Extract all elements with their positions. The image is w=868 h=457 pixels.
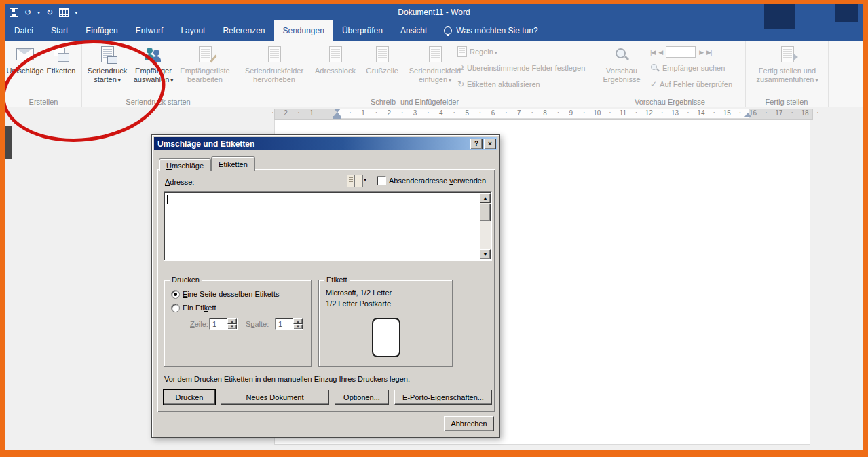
group-vorschau: Vorschau Ergebnisse |◀ ◀ ▶ ▶| Empfänger … [595, 41, 746, 107]
address-block-icon [329, 44, 342, 65]
fehler-pruefen-button[interactable]: ✓ Auf Fehler überprüfen [650, 77, 732, 91]
label-group-title: Etikett [324, 276, 350, 284]
abbrechen-button[interactable]: Abbrechen [444, 416, 494, 431]
column-up-icon[interactable]: ▲ [293, 318, 303, 324]
column-down-icon[interactable]: ▼ [293, 324, 303, 329]
ruler-tick: · [661, 109, 663, 116]
vorschau-button[interactable]: Vorschau Ergebnisse [600, 44, 643, 84]
ruler-tick: · [739, 109, 741, 116]
envelopes-labels-dialog: Umschläge und Etiketten ? × Umschläge Et… [151, 134, 500, 438]
neues-dokument-button[interactable]: Neues Dokument [221, 390, 329, 405]
ruler-number: 13 [671, 109, 679, 117]
tell-me-box[interactable]: Was möchten Sie tun? [436, 20, 546, 41]
last-record-icon[interactable]: ▶| [706, 49, 711, 56]
group-schreibfelder: Seriendruckfelder hervorheben Adressbloc… [235, 41, 595, 107]
seriendruck-starten-button[interactable]: Seriendruck starten▾ [85, 44, 130, 85]
screenshot-frame: ↺ ▾ ↻ ▾ Dokument11 - Word Datei Start Ei… [0, 0, 868, 457]
regeln-button[interactable]: Regeln▾ [457, 45, 497, 58]
grusszeile-button[interactable]: Grußzeile [362, 44, 402, 75]
address-book-dropdown-icon[interactable]: ▾ [364, 177, 366, 183]
tab-sendungen[interactable]: Sendungen [274, 20, 333, 41]
empfaenger-auswaehlen-button[interactable]: Empfänger auswählen▾ [131, 44, 176, 85]
fehler-pruefen-label: Auf Fehler überprüfen [660, 80, 732, 88]
dialog-tab-etiketten[interactable]: Etiketten [211, 156, 255, 171]
title-bar: ↺ ▾ ↻ ▾ Dokument11 - Word [5, 4, 863, 20]
ruler-tick: · [349, 109, 351, 116]
tab-layout[interactable]: Layout [172, 20, 214, 41]
etiketten-button[interactable]: Etiketten [44, 44, 78, 75]
row-spinner[interactable]: 1 ▲▼ [209, 318, 238, 330]
address-textbox[interactable]: ▲ ▼ [164, 191, 492, 261]
labels-icon [53, 44, 69, 65]
right-indent-marker[interactable] [744, 113, 751, 117]
print-group-title: Drucken [170, 276, 202, 284]
tab-entwurf[interactable]: Entwurf [127, 20, 172, 41]
scroll-down-button[interactable]: ▼ [480, 249, 491, 259]
textbox-scrollbar[interactable]: ▲ ▼ [480, 193, 491, 259]
previous-record-icon[interactable]: ◀ [658, 49, 662, 56]
dialog-tab-umschlaege[interactable]: Umschläge [159, 158, 211, 171]
dialog-help-button[interactable]: ? [470, 139, 483, 149]
label-type: 1/2 Letter Postkarte [326, 299, 391, 308]
row-up-icon[interactable]: ▲ [227, 318, 237, 324]
next-record-icon[interactable]: ▶ [699, 49, 703, 56]
window-title: Dokument11 - Word [5, 7, 863, 17]
left-indent-marker[interactable] [333, 116, 341, 119]
umschlaege-button[interactable]: Umschläge [7, 44, 43, 75]
feld-einfuegen-button[interactable]: Seriendruckfeld einfügen▾ [404, 44, 466, 85]
column-spinner[interactable]: 1 ▲▼ [275, 318, 303, 330]
ruler-number: 18 [801, 109, 809, 117]
single-label-radio[interactable] [171, 304, 180, 312]
group-erstellen: Umschläge Etiketten Erstellen [5, 41, 82, 107]
eporto-button[interactable]: E-Porto-Eigenschaften... [394, 390, 492, 405]
empfaenger-suchen-button[interactable]: Empfänger suchen [650, 61, 725, 75]
grusszeile-label: Grußzeile [366, 67, 398, 75]
column-label: Spalte: [246, 320, 269, 328]
dropdown-icon: ▾ [495, 50, 497, 56]
column-value: 1 [276, 318, 293, 329]
full-page-radio[interactable] [171, 290, 180, 299]
felder-hervorheben-button[interactable]: Seriendruckfelder hervorheben [240, 44, 308, 84]
tab-ueberpruefen[interactable]: Überprüfen [333, 20, 392, 41]
ribbon-tab-bar: Datei Start Einfügen Entwurf Layout Refe… [5, 20, 863, 41]
regeln-label: Regeln [470, 48, 493, 56]
tab-referenzen[interactable]: Referenzen [214, 20, 273, 41]
drucken-button[interactable]: Drucken [164, 390, 215, 405]
tab-datei[interactable]: Datei [5, 20, 42, 41]
finish-merge-icon [781, 44, 794, 65]
tab-start[interactable]: Start [42, 20, 77, 41]
adressblock-button[interactable]: Adressblock [311, 44, 360, 75]
row-down-icon[interactable]: ▼ [227, 324, 237, 329]
dialog-title-bar[interactable]: Umschläge und Etiketten ? × [154, 137, 497, 150]
first-record-icon[interactable]: |◀ [650, 49, 655, 56]
dropdown-icon: ▾ [118, 77, 121, 84]
address-book-icon[interactable] [347, 175, 363, 187]
ruler-number: 1 [361, 109, 365, 117]
optionen-button[interactable]: Optionen... [335, 390, 389, 405]
row-label: Zeile: [190, 320, 208, 328]
fertig-stellen-button[interactable]: Fertig stellen und zusammenführen▾ [756, 44, 818, 85]
ruler-tick: · [271, 109, 273, 116]
record-number-input[interactable] [666, 46, 696, 58]
match-fields-icon: ⇄ [457, 64, 464, 72]
felder-festlegen-button[interactable]: ⇄ Übereinstimmende Felder festlegen [457, 61, 585, 75]
horizontal-ruler[interactable]: ·2·1·1·2·3·4·5·6·7·8·9·10·11·12·13·14·15… [5, 107, 863, 120]
scroll-up-button[interactable]: ▲ [480, 193, 491, 203]
seriendruck-starten-label: Seriendruck starten [88, 67, 128, 84]
etiketten-aktualisieren-button[interactable]: ↻ Etiketten aktualisieren [457, 77, 540, 91]
scroll-thumb[interactable] [480, 204, 491, 221]
text-caret [167, 195, 168, 204]
ruler-number: 10 [593, 109, 601, 117]
adressblock-label: Adressblock [315, 67, 356, 75]
group-label-fertig: Fertig stellen [745, 98, 828, 106]
sender-address-checkbox[interactable] [377, 176, 386, 185]
tab-einfuegen[interactable]: Einfügen [77, 20, 126, 41]
dialog-close-button[interactable]: × [484, 139, 496, 149]
tab-ansicht[interactable]: Ansicht [392, 20, 436, 41]
empfaengerliste-bearbeiten-button[interactable]: Empfängerliste bearbeiten [176, 44, 233, 84]
ruler-tick: · [791, 109, 793, 116]
ruler-number: 6 [491, 109, 495, 117]
record-navigator: |◀ ◀ ▶ ▶| [650, 46, 711, 58]
empfaenger-suchen-label: Empfänger suchen [662, 64, 725, 72]
ruler-tick: · [713, 109, 715, 116]
